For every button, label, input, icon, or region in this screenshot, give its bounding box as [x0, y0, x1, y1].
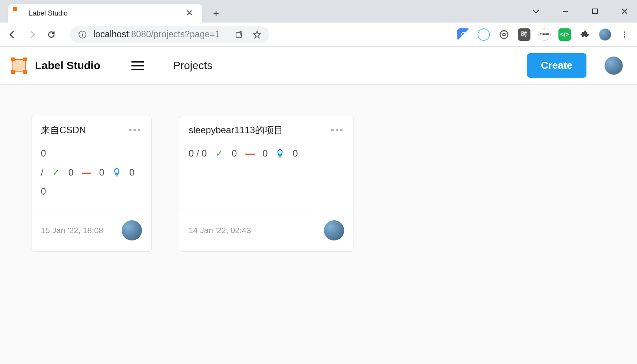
bulb-icon — [276, 149, 284, 158]
shi-extension-icon[interactable]: 时 — [518, 28, 530, 41]
close-tab-icon[interactable]: ✕ — [184, 7, 195, 19]
window-controls — [527, 0, 634, 23]
share-icon[interactable] — [234, 29, 245, 40]
dash-icon: — — [245, 145, 254, 162]
profile-avatar-icon[interactable] — [599, 28, 611, 41]
url-text: localhost:8080/projects?page=1 — [93, 29, 220, 40]
project-card[interactable]: 来自CSDN ••• 0 / ✓ 0 — 0 0 0 15 Jan '22, 1… — [31, 116, 152, 252]
stat-bulb-count: 0 — [292, 145, 298, 162]
reload-button[interactable] — [46, 29, 57, 40]
page-title: Projects — [173, 59, 212, 72]
stat-bulb-count: 0 — [129, 164, 134, 181]
stat-ratio: 0 / 0 — [189, 145, 207, 162]
create-button[interactable]: Create — [527, 53, 586, 78]
project-more-icon[interactable]: ••• — [331, 125, 344, 136]
header-divider — [158, 47, 158, 85]
stat-extra: 0 — [41, 183, 46, 200]
stat-total: 0 — [41, 145, 46, 162]
label-studio-favicon — [15, 9, 23, 17]
forward-button[interactable] — [26, 29, 37, 40]
opera-extension-icon[interactable] — [478, 28, 490, 41]
stat-check-count: 0 — [68, 164, 74, 181]
label-studio-logo-icon — [11, 57, 27, 74]
brand[interactable]: Label Studio — [0, 57, 111, 74]
zipkin-extension-icon[interactable]: ZIPKIN — [538, 28, 551, 41]
projects-content: 来自CSDN ••• 0 / ✓ 0 — 0 0 0 15 Jan '22, 1… — [0, 85, 637, 364]
project-card[interactable]: sleepybear1113的项目 ••• 0 / 0 ✓ 0 — 0 0 14… — [179, 116, 354, 252]
stat-separator: / — [41, 164, 44, 181]
browser-tab-title: Label Studio — [29, 9, 178, 17]
maximize-button[interactable] — [586, 2, 604, 21]
minimize-button[interactable] — [556, 2, 575, 21]
new-tab-button[interactable]: + — [210, 4, 222, 23]
url-box[interactable]: localhost:8080/projects?page=1 — [70, 26, 270, 43]
translate-extension-icon[interactable]: G — [457, 28, 470, 41]
project-more-icon[interactable]: ••• — [129, 125, 142, 136]
stat-dash-count: 0 — [262, 145, 268, 162]
tab-search-icon[interactable] — [527, 2, 545, 21]
user-avatar[interactable] — [604, 56, 623, 75]
dash-icon: — — [82, 164, 91, 181]
close-window-button[interactable] — [615, 2, 634, 21]
check-icon: ✓ — [215, 145, 223, 162]
site-info-icon[interactable] — [77, 29, 88, 40]
extensions-menu-icon[interactable] — [579, 28, 591, 41]
tab-strip: Label Studio ✕ + — [0, 0, 637, 23]
stat-dash-count: 0 — [99, 164, 104, 181]
svg-rect-1 — [593, 9, 597, 14]
project-owner-avatar — [122, 220, 142, 240]
svg-point-10 — [624, 36, 625, 38]
svg-point-3 — [82, 32, 83, 33]
adblock-extension-icon[interactable] — [498, 28, 510, 41]
svg-point-7 — [503, 33, 506, 36]
brand-name: Label Studio — [35, 59, 100, 72]
extension-icons: G 时 ZIPKIN </> — [457, 28, 630, 41]
browser-chrome: Label Studio ✕ + localhost:8080/projects… — [0, 0, 637, 47]
svg-point-9 — [624, 34, 625, 35]
hamburger-menu-icon[interactable] — [131, 60, 145, 71]
stat-check-count: 0 — [232, 145, 237, 162]
browser-menu-icon[interactable] — [619, 29, 630, 40]
project-owner-avatar — [324, 220, 344, 240]
project-title: sleepybear1113的项目 — [189, 124, 283, 136]
project-date: 15 Jan '22, 18:08 — [41, 226, 103, 235]
check-icon: ✓ — [52, 164, 60, 181]
address-bar: localhost:8080/projects?page=1 G 时 ZIPKI… — [0, 23, 637, 47]
bookmark-star-icon[interactable] — [252, 29, 262, 40]
url-host: localhost — [93, 29, 129, 39]
url-path: :8080/projects?page=1 — [129, 29, 220, 39]
project-date: 14 Jan '22, 02:43 — [189, 226, 251, 235]
devtools-extension-icon[interactable]: </> — [558, 28, 571, 41]
browser-tab[interactable]: Label Studio ✕ — [8, 4, 202, 23]
bulb-icon — [113, 168, 121, 177]
svg-point-6 — [500, 31, 508, 38]
project-title: 来自CSDN — [41, 124, 86, 136]
project-stats: 0 / 0 ✓ 0 — 0 0 — [189, 145, 344, 162]
app-header: Label Studio Projects Create — [0, 47, 637, 85]
back-button[interactable] — [7, 29, 18, 40]
project-stats: 0 / ✓ 0 — 0 0 0 — [41, 145, 142, 200]
svg-point-8 — [624, 31, 625, 33]
